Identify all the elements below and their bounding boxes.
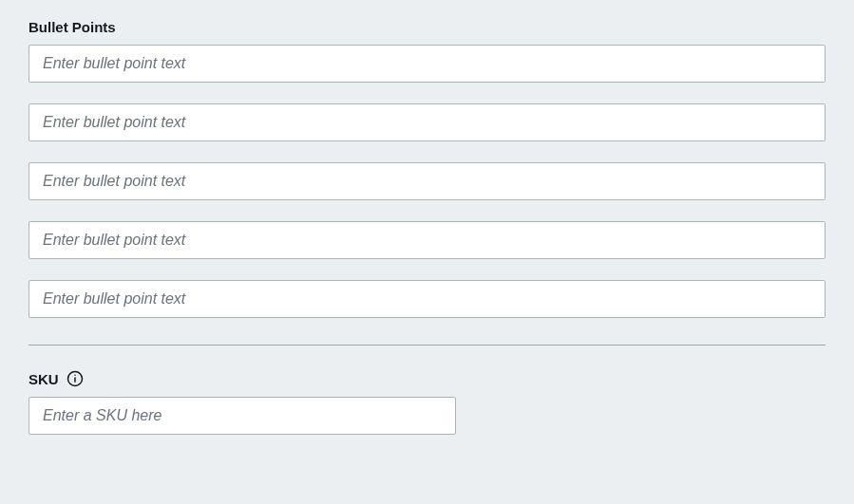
bullet-point-input-3[interactable] — [28, 162, 826, 200]
bullet-point-row — [28, 103, 826, 141]
bullet-point-input-1[interactable] — [28, 45, 826, 83]
bullet-point-row — [28, 45, 826, 83]
bullet-points-section: Bullet Points — [28, 19, 826, 318]
sku-label: SKU — [28, 371, 59, 387]
section-divider — [28, 345, 826, 345]
bullet-points-label: Bullet Points — [28, 19, 826, 35]
sku-label-row: SKU — [28, 370, 826, 387]
bullet-point-row — [28, 162, 826, 200]
bullet-point-row — [28, 280, 826, 318]
sku-section: SKU — [28, 370, 826, 435]
svg-point-2 — [74, 375, 76, 377]
info-icon[interactable] — [66, 370, 84, 387]
bullet-point-row — [28, 221, 826, 259]
sku-input[interactable] — [28, 397, 456, 435]
bullet-point-input-5[interactable] — [28, 280, 826, 318]
bullet-point-input-4[interactable] — [28, 221, 826, 259]
bullet-points-list — [28, 45, 826, 318]
bullet-point-input-2[interactable] — [28, 103, 826, 141]
